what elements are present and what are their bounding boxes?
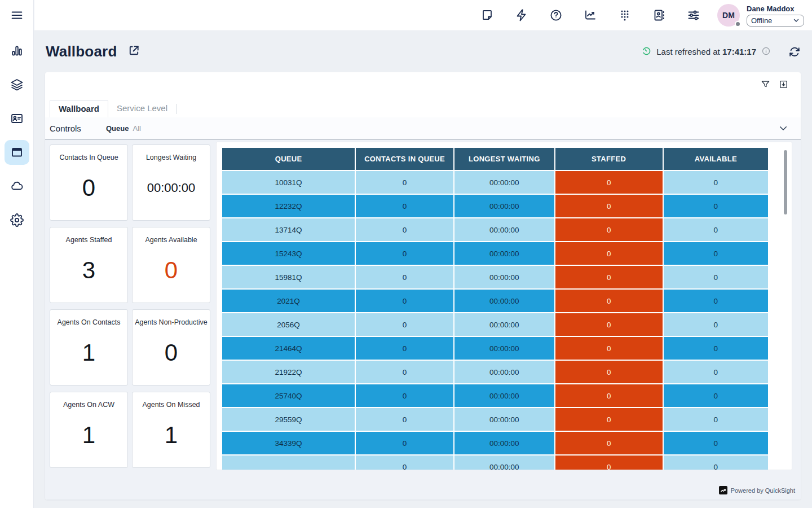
layers-icon [10, 78, 24, 91]
preferences-icon[interactable] [687, 8, 700, 22]
table-row: 13714Q000:00:0000 [222, 218, 768, 241]
table-cell: 2056Q [222, 313, 355, 336]
table-cell: 0 [356, 313, 453, 336]
table-cell: 0 [555, 432, 663, 454]
table-cell: 0 [555, 266, 663, 288]
kpi-value: 00:00:00 [147, 181, 196, 195]
help-icon[interactable] [549, 8, 563, 22]
last-refreshed-time: 17:41:17 [722, 47, 756, 56]
table-cell: 0 [356, 361, 453, 383]
kpi-card: Agents On ACW1 [50, 392, 128, 468]
table-cell: 00:00:00 [454, 290, 554, 312]
agent-status-value: Offline [751, 16, 772, 25]
refresh-icon[interactable] [788, 46, 801, 58]
table-cell: 0 [664, 218, 768, 241]
kpi-label: Agents On Contacts [58, 310, 121, 326]
kpi-label: Contacts In Queue [59, 145, 118, 161]
table-cell: 0 [555, 171, 663, 194]
table-row: 15981Q000:00:0000 [222, 266, 768, 288]
table-cell: 0 [356, 195, 453, 217]
table-scrollbar[interactable] [784, 150, 787, 214]
tab-divider [176, 104, 176, 114]
table-cell: 00:00:00 [454, 266, 554, 288]
tab-wallboard[interactable]: Wallboard [50, 100, 108, 117]
kpi-value: 0 [165, 339, 178, 366]
cloud-icon [10, 179, 24, 193]
kpi-value: 0 [165, 257, 178, 284]
gear-icon [10, 213, 24, 227]
status-dot [735, 21, 741, 27]
kpi-label: Longest Waiting [146, 145, 196, 161]
queue-filter-value[interactable]: All [133, 124, 140, 133]
table-cell: 00:00:00 [454, 313, 554, 336]
kpi-label: Agents Non-Productive [135, 310, 208, 326]
page-title: Wallboard [46, 43, 117, 60]
top-bar: DM Dane Maddox Offline [34, 0, 812, 31]
table-cell: 0 [356, 432, 453, 454]
table-cell: 29559Q [222, 408, 355, 431]
directory-icon[interactable] [652, 8, 666, 22]
quick-actions-icon[interactable] [515, 8, 528, 22]
sidebar-item-metrics[interactable] [5, 38, 29, 63]
table-cell: 0 [356, 384, 453, 407]
quicksight-logo-icon [719, 486, 727, 494]
kpi-value: 1 [82, 422, 95, 449]
table-cell: 25740Q [222, 384, 355, 407]
dashboard-panel: Wallboard Service Level Controls Queue A… [45, 72, 801, 500]
tab-service-level[interactable]: Service Level [108, 100, 176, 117]
column-header[interactable]: LONGEST WAITING [454, 148, 554, 170]
queue-filter-label[interactable]: Queue [106, 124, 129, 133]
kpi-label: Agents On ACW [63, 392, 114, 409]
column-header[interactable]: STAFFED [555, 148, 663, 170]
controls-collapse-chevron-icon[interactable] [778, 123, 788, 133]
sidebar-item-cloud[interactable] [5, 174, 29, 199]
controls-bar: Controls Queue All [45, 117, 801, 139]
sidebar-item-contacts[interactable] [5, 106, 29, 131]
table-cell: 00:00:00 [454, 171, 554, 194]
kpi-value: 0 [82, 174, 95, 202]
column-header[interactable]: QUEUE [222, 148, 355, 170]
column-header[interactable]: CONTACTS IN QUEUE [356, 148, 453, 170]
table-cell: 0 [356, 171, 453, 194]
kpi-label: Agents On Missed [142, 392, 200, 409]
external-link-icon[interactable] [127, 44, 140, 59]
controls-label: Controls [50, 124, 106, 133]
powered-by: Powered by QuickSight [719, 486, 795, 494]
table-cell: 15243Q [222, 242, 355, 265]
table-cell: 0 [664, 361, 768, 383]
kpi-value: 1 [82, 339, 95, 366]
menu-icon[interactable] [10, 9, 24, 21]
kpi-card: Agents Staffed3 [50, 227, 128, 303]
agent-status-select[interactable]: Offline [747, 15, 804, 27]
sidebar-item-flows[interactable] [5, 72, 29, 97]
export-icon[interactable] [779, 80, 788, 91]
note-icon[interactable] [480, 8, 494, 22]
table-cell: 0 [664, 242, 768, 265]
sidebar-item-settings[interactable] [5, 208, 29, 233]
kpi-card: Agents Available0 [132, 227, 210, 303]
sidebar-item-wallboard[interactable] [5, 140, 29, 165]
dialpad-icon[interactable] [618, 8, 632, 22]
table-cell: 0 [664, 337, 768, 360]
table-row: 34339Q000:00:0000 [222, 432, 768, 454]
table-row: 25740Q000:00:0000 [222, 384, 768, 407]
filter-icon[interactable] [761, 80, 770, 91]
table-cell: 0 [664, 266, 768, 288]
column-header[interactable]: AVAILABLE [664, 148, 768, 170]
table-cell: 0 [356, 242, 453, 265]
info-icon[interactable] [761, 46, 771, 58]
table-cell: 00:00:00 [454, 384, 554, 407]
table-cell: 00:00:00 [454, 456, 554, 470]
kpi-value: 3 [82, 257, 95, 284]
dashboard-sheet: Contacts In Queue0Longest Waiting00:00:0… [45, 139, 801, 500]
metrics-icon[interactable] [584, 8, 597, 22]
table-row: 21922Q000:00:0000 [222, 361, 768, 383]
table-cell [222, 456, 355, 470]
table-cell: 0 [664, 408, 768, 431]
table-cell: 0 [664, 456, 768, 470]
table-cell: 00:00:00 [454, 195, 554, 217]
table-row: 2056Q000:00:0000 [222, 313, 768, 336]
table-row: 29559Q000:00:0000 [222, 408, 768, 431]
table-cell: 00:00:00 [454, 432, 554, 454]
table-cell: 00:00:00 [454, 408, 554, 431]
